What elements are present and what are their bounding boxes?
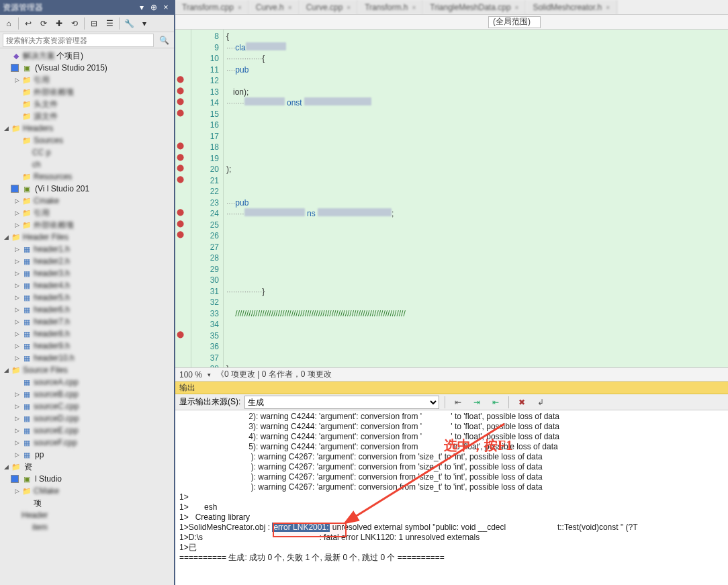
- expand-arrow-icon[interactable]: ◢: [3, 125, 9, 132]
- tree-node[interactable]: ▣ l Studio: [0, 473, 174, 485]
- tree-node[interactable]: 📁源文件: [0, 110, 174, 122]
- breakpoint-icon[interactable]: ⬤: [177, 87, 190, 96]
- dropdown-icon[interactable]: ▾: [136, 2, 147, 13]
- tree-node[interactable]: ▷▦header2.h: [0, 255, 174, 267]
- tree-node[interactable]: ◢📁Headers: [0, 122, 174, 134]
- tree-node[interactable]: ◢📁 资: [0, 461, 174, 473]
- breakpoint-icon[interactable]: ⬤: [177, 97, 190, 107]
- tab-close-icon[interactable]: ×: [238, 4, 242, 11]
- tree-node[interactable]: ▷▦header4.h: [0, 279, 174, 291]
- expand-arrow-icon[interactable]: ▷: [13, 318, 20, 325]
- tree-node[interactable]: ▷▦header9.h: [0, 340, 174, 352]
- tree-node[interactable]: ▷▦sourceF.cpp: [0, 437, 174, 449]
- breakpoint-icon[interactable]: ⬤: [177, 75, 190, 85]
- expand-arrow-icon[interactable]: ▷: [13, 343, 20, 349]
- back-icon[interactable]: ↩: [21, 16, 36, 31]
- zoom-level[interactable]: 100 %: [179, 370, 202, 379]
- tab-close-icon[interactable]: ×: [288, 4, 292, 11]
- tree-node[interactable]: 📁Sources: [0, 134, 174, 146]
- expand-arrow-icon[interactable]: ▷: [13, 77, 20, 83]
- tree-node[interactable]: ▣ (Visual Studio 2015): [0, 62, 174, 74]
- checkbox-icon[interactable]: [11, 475, 19, 483]
- wrap-icon[interactable]: ↲: [533, 396, 548, 409]
- tree-node[interactable]: ▷▦sourceC.cpp: [0, 400, 174, 412]
- tree-node[interactable]: CC p: [0, 146, 174, 159]
- code-surface[interactable]: {····cla················{····pub ion);··…: [224, 30, 728, 367]
- tree-node[interactable]: ch: [0, 159, 174, 171]
- expand-arrow-icon[interactable]: ▷: [13, 306, 20, 313]
- checkbox-icon[interactable]: [11, 64, 19, 72]
- tree-node[interactable]: ▷▦header5.h: [0, 291, 174, 304]
- expand-arrow-icon[interactable]: ▷: [13, 427, 20, 434]
- tree-node[interactable]: ▣ (Vi l Studio 201: [0, 183, 174, 195]
- tree-node[interactable]: ◢📁Source Files: [0, 364, 174, 376]
- tab-close-icon[interactable]: ×: [606, 4, 610, 11]
- checkbox-icon[interactable]: [11, 185, 19, 193]
- scope-dropdown[interactable]: (全局范围): [488, 16, 541, 28]
- tree-node[interactable]: ▷▦header7.h: [0, 316, 174, 328]
- tree-node[interactable]: item: [0, 521, 174, 533]
- expand-arrow-icon[interactable]: ▷: [13, 488, 20, 494]
- tree-node[interactable]: ▷▦sourceB.cpp: [0, 388, 174, 400]
- tree-node[interactable]: ▦sourceA.cpp: [0, 376, 174, 388]
- expand-arrow-icon[interactable]: ▷: [13, 270, 20, 277]
- expand-arrow-icon[interactable]: ◢: [3, 367, 9, 373]
- collapse-icon[interactable]: ⊟: [87, 16, 101, 31]
- breakpoint-icon[interactable]: ⬤: [177, 175, 190, 185]
- expand-arrow-icon[interactable]: ▷: [13, 210, 20, 216]
- tree-node[interactable]: ▷📁CMake: [0, 485, 174, 497]
- close-icon[interactable]: ×: [161, 2, 171, 13]
- expand-arrow-icon[interactable]: ▷: [13, 222, 20, 228]
- tree-node[interactable]: ▷▦header8.h: [0, 328, 174, 340]
- expand-arrow-icon[interactable]: ▷: [13, 282, 20, 289]
- tree-node[interactable]: ▷▦header10.h: [0, 352, 174, 364]
- editor-tab[interactable]: Transform.cpp×: [175, 0, 249, 15]
- clear-icon[interactable]: ✖: [514, 396, 529, 409]
- breakpoint-icon[interactable]: ⬤: [177, 330, 190, 340]
- expand-arrow-icon[interactable]: ▷: [13, 391, 20, 398]
- breakpoint-icon[interactable]: ⬤: [177, 142, 190, 151]
- expand-arrow-icon[interactable]: ▷: [13, 246, 20, 253]
- output-source-select[interactable]: 生成: [244, 396, 439, 409]
- goto-message-icon[interactable]: ⇥: [469, 396, 484, 409]
- breakpoint-icon[interactable]: ⬤: [177, 109, 190, 118]
- tree-node[interactable]: ▷▦header3.h: [0, 267, 174, 279]
- expand-arrow-icon[interactable]: ▷: [13, 197, 20, 204]
- goto-prev-icon[interactable]: ⇤: [451, 396, 465, 409]
- tree-node[interactable]: 📁头文件: [0, 98, 174, 110]
- tree-node[interactable]: ▷📁引用: [0, 74, 174, 86]
- tree-node[interactable]: 📁外部依赖项: [0, 86, 174, 98]
- editor-tab[interactable]: Curve.cpp×: [300, 0, 359, 15]
- home-icon[interactable]: ⌂: [1, 16, 16, 31]
- expand-arrow-icon[interactable]: ◢: [3, 463, 9, 470]
- tree-node[interactable]: Header: [0, 509, 174, 521]
- expand-arrow-icon[interactable]: ▷: [13, 355, 20, 361]
- solution-tree[interactable]: ◆解决方案 个项目)▣ (Visual Studio 2015)▷📁引用📁外部依…: [0, 48, 174, 585]
- tree-node[interactable]: ▷▦header6.h: [0, 304, 174, 316]
- tree-node[interactable]: ▷▦sourceD.cpp: [0, 412, 174, 424]
- output-text[interactable]: 2): warning C4244: 'argument': conversio…: [175, 410, 728, 585]
- expand-arrow-icon[interactable]: ▷: [13, 258, 20, 265]
- breakpoint-icon[interactable]: ⬤: [177, 153, 190, 163]
- refresh-icon[interactable]: ⟲: [67, 16, 82, 31]
- tree-node[interactable]: ▷📁外部依赖项: [0, 219, 174, 231]
- expand-arrow-icon[interactable]: ▷: [13, 439, 20, 446]
- more-icon[interactable]: ▾: [137, 16, 152, 31]
- tree-node[interactable]: ▷📁引用: [0, 207, 174, 219]
- search-input[interactable]: [3, 34, 154, 47]
- pin-icon[interactable]: ⊕: [148, 2, 159, 13]
- expand-arrow-icon[interactable]: ▷: [13, 451, 20, 458]
- breakpoint-icon[interactable]: ⬤: [177, 164, 190, 173]
- sync-icon[interactable]: ⟳: [36, 16, 51, 31]
- editor-tab[interactable]: Curve.h×: [249, 0, 300, 15]
- code-editor[interactable]: ⬤⬤⬤⬤⬤⬤⬤⬤⬤⬤⬤⬤ 891011121314151617181920212…: [175, 30, 728, 367]
- breakpoint-icon[interactable]: ⬤: [177, 208, 190, 218]
- breakpoint-icon[interactable]: ⬤: [177, 230, 190, 240]
- tree-node[interactable]: ▷▦ pp: [0, 449, 174, 461]
- wrench-icon[interactable]: 🔧: [122, 16, 136, 31]
- new-icon[interactable]: ✚: [52, 16, 66, 31]
- editor-tab[interactable]: Transform.h×: [358, 0, 423, 15]
- properties-icon[interactable]: ☰: [102, 16, 117, 31]
- expand-arrow-icon[interactable]: ▷: [13, 330, 20, 337]
- tree-node[interactable]: 📁Resources: [0, 171, 174, 183]
